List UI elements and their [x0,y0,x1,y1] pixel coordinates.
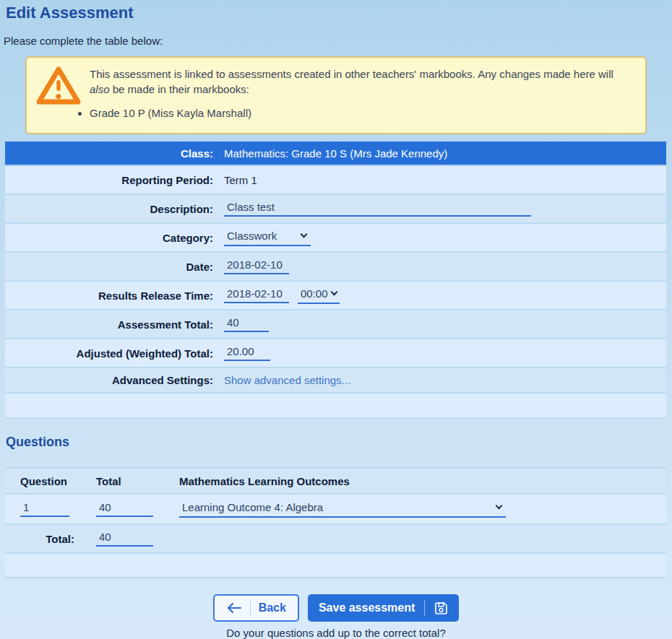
form-row-empty [5,394,666,419]
category-select[interactable]: Classwork [224,230,311,246]
form-row-reporting-period: Reporting Period: Term 1 [5,166,666,195]
chevron-down-icon [496,503,503,510]
date-input[interactable] [224,258,289,274]
description-input[interactable] [224,201,531,217]
form-row-description: Description: [5,195,666,224]
footer-button-bar: Back Save assessment [0,594,672,622]
assessment-total-input[interactable] [224,316,269,332]
assessment-total-label: Assessment Total: [5,318,213,331]
warning-text: This assessment is linked to assessments… [90,58,645,133]
outcomes-column-header: Mathematics Learning Outcomes [179,475,666,487]
learning-outcome-select[interactable]: Learning Outcome 4: Algebra [179,501,506,518]
chevron-down-icon [301,231,308,238]
button-divider [250,600,251,616]
button-divider [424,600,425,616]
total-column-header: Total [96,475,179,487]
warning-emphasis: also [90,83,110,95]
questions-total-row: Total: [5,525,666,554]
release-date-input[interactable] [224,287,289,303]
form-row-adjusted-total: Adjusted (Weighted) Total: [5,339,666,368]
list-item: Grade 10 P (Miss Kayla Marshall) [90,105,637,121]
show-advanced-settings-link[interactable]: Show advanced settings... [224,374,350,386]
advanced-settings-label: Advanced Settings: [5,374,213,386]
form-row-results-release: Results Release Time: 00:00 [5,282,666,310]
questions-empty-row [5,554,666,578]
floppy-disk-icon [434,601,448,615]
category-label: Category: [5,232,213,244]
adjusted-total-input[interactable] [224,345,270,361]
release-time-selected-value: 00:00 [301,287,328,300]
release-time-select[interactable]: 00:00 [298,287,340,304]
form-row-assessment-total: Assessment Total: [5,310,666,339]
results-release-label: Results Release Time: [5,290,213,302]
footer-hint: Do your questions add up to the correct … [0,627,672,639]
warning-icon-column [27,58,90,133]
questions-total-input[interactable] [96,531,153,547]
questions-total-label: Total: [20,533,96,545]
category-selected-value: Classwork [227,230,277,242]
learning-outcome-selected-value: Learning Outcome 4: Algebra [182,501,323,513]
adjusted-total-label: Adjusted (Weighted) Total: [5,347,213,360]
page-subtitle: Please complete the table below: [4,35,672,48]
question-row: Learning Outcome 4: Algebra [5,495,666,525]
question-column-header: Question [20,475,96,487]
form-row-class: Class: Mathematics: Grade 10 S (Mrs Jade… [5,142,666,166]
form-row-advanced-settings: Advanced Settings: Show advanced setting… [5,368,666,394]
reporting-period-value: Term 1 [224,174,257,186]
questions-header-row: Question Total Mathematics Learning Outc… [5,469,666,495]
back-button-label: Back [259,601,286,614]
warning-triangle-icon [35,65,82,107]
question-number-input[interactable] [20,501,69,517]
class-label: Class: [5,147,213,160]
linked-assessment-warning: This assessment is linked to assessments… [25,56,647,134]
questions-heading: Questions [6,435,672,450]
form-row-date: Date: [5,253,666,282]
page-title: Edit Assessment [6,3,672,23]
reporting-period-label: Reporting Period: [5,174,213,186]
save-assessment-button[interactable]: Save assessment [308,594,459,622]
back-arrow-icon [226,602,242,614]
chevron-down-icon [330,289,337,296]
description-label: Description: [5,203,213,215]
class-value: Mathematics: Grade 10 S (Mrs Jade Kenned… [224,147,447,160]
assessment-form-table: Class: Mathematics: Grade 10 S (Mrs Jade… [5,142,666,419]
warning-message: This assessment is linked to assessments… [90,66,637,97]
linked-markbooks-list: Grade 10 P (Miss Kayla Marshall) [90,105,637,121]
back-button[interactable]: Back [213,594,299,622]
save-button-label: Save assessment [319,601,415,614]
question-total-input[interactable] [96,501,153,517]
date-label: Date: [5,261,213,273]
questions-table: Question Total Mathematics Learning Outc… [5,467,666,578]
form-row-category: Category: Classwork [5,224,666,253]
